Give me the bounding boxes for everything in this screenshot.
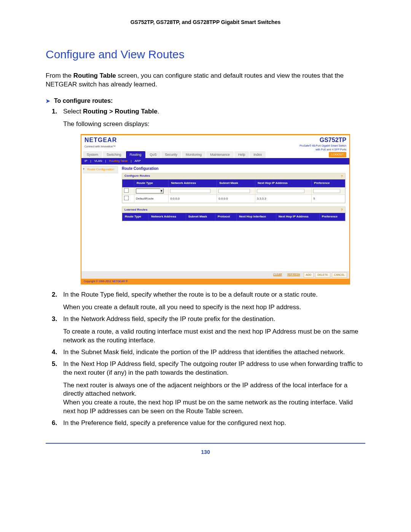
learned-routes-header: Learned Routes ? [122, 207, 345, 213]
ss-body: ▾ Route Configuration Route Configuratio… [81, 165, 349, 271]
steps-list: Select Routing > Routing Table. The foll… [46, 107, 365, 428]
lr-col-route-type: Route Type [123, 213, 149, 221]
network-address-input[interactable] [170, 189, 210, 193]
step1-prefix: Select [63, 108, 83, 115]
step-3: In the Network Address field, specify th… [46, 315, 365, 345]
ss-logo-block: NETGEAR Connect with Innovation™ [84, 136, 117, 148]
cell-route-type: DefaultRoute [134, 195, 169, 203]
data-row: DefaultRoute 0.0.0.0 0.0.0.0 3.3.3.3 5 [123, 195, 345, 203]
intro-paragraph: From the Routing Table screen, you can c… [46, 72, 365, 89]
tab-index[interactable]: Index [250, 151, 266, 158]
step-6: In the Preference field, specify a prefe… [46, 419, 365, 428]
lr-col-network-address: Network Address [149, 213, 186, 221]
subnet-mask-input[interactable] [218, 189, 250, 193]
learned-routes-table: Route Type Network Address Subnet Mask P… [122, 213, 345, 221]
lr-col-next-hop-interface: Next Hop Interface [237, 213, 276, 221]
sub-nav-bar: IP | VLAN | Routing Table | ARP [81, 158, 349, 165]
ss-header: NETGEAR Connect with Innovation™ GS752TP… [81, 135, 349, 151]
tab-routing[interactable]: Routing [126, 151, 145, 158]
step5-after1: The next router is always one of the adj… [63, 381, 365, 399]
lr-col-protocol: Protocol [215, 213, 236, 221]
step1-bold: Routing > Routing Table [83, 108, 158, 115]
tab-help[interactable]: Help [234, 151, 249, 158]
to-configure-label: To configure routes: [54, 97, 113, 104]
sidebar: ▾ Route Configuration [81, 165, 119, 271]
sidebar-item-label: Route Configuration [85, 168, 114, 171]
footer-divider [46, 443, 365, 444]
tab-switching[interactable]: Switching [103, 151, 125, 158]
cancel-button[interactable]: CANCEL [332, 272, 347, 277]
step2-text: In the Route Type field, specify whether… [63, 291, 318, 298]
step1-after: The following screen displays: [63, 120, 365, 129]
cell-subnet-mask: 0.0.0.0 [217, 195, 255, 203]
page-number: 130 [46, 449, 365, 455]
to-configure-routes-heading: ➤ To configure routes: [46, 97, 365, 104]
step3-after: To create a route, a valid routing inter… [63, 328, 365, 345]
main-panel: Route Configuration Configure Routes ? [119, 165, 349, 271]
chevron-right-icon: ➤ [46, 98, 50, 104]
tab-monitoring[interactable]: Monitoring [182, 151, 206, 158]
step5-text: In the Next Hop IP Address field, specif… [63, 360, 363, 376]
clear-button[interactable]: CLEAR [271, 272, 284, 277]
cell-next-hop-ip: 3.3.3.3 [255, 195, 311, 203]
model-block: GS752TP ProSafe® 48-Port Gigabit Smart S… [299, 136, 346, 151]
tab-maintenance[interactable]: Maintenance [206, 151, 234, 158]
col-next-hop-ip: Next Hop IP Address [255, 179, 311, 187]
model-sub2: with PoE and 4 SFP Ports [299, 148, 346, 151]
step3-text: In the Network Address field, specify th… [63, 315, 275, 323]
delete-button[interactable]: DELETE [315, 272, 330, 277]
doc-header: GS752TP, GS728TP, and GS728TPP Gigabit S… [46, 19, 365, 25]
row-checkbox[interactable] [124, 196, 129, 200]
step2-after: When you create a default route, all you… [63, 303, 365, 312]
input-row [123, 187, 345, 195]
collapse-icon: ▾ [83, 167, 84, 171]
preference-input[interactable] [313, 189, 340, 193]
tab-security[interactable]: Security [161, 151, 182, 158]
ss-copyright: Copyright © 1996-2012 NETGEAR ® [81, 279, 349, 284]
step-2: In the Route Type field, specify whether… [46, 291, 365, 312]
refresh-button[interactable]: REFRESH [285, 272, 302, 277]
help-icon[interactable]: ? [341, 208, 343, 212]
select-all-checkbox[interactable] [124, 188, 129, 193]
route-type-select[interactable] [136, 189, 164, 193]
ss-action-footer: CLEAR REFRESH ADD DELETE CANCEL [81, 271, 349, 278]
col-route-type: Route Type [134, 179, 169, 187]
netgear-tagline: Connect with Innovation™ [84, 145, 117, 148]
configure-routes-table: Route Type Network Address Subnet Mask N… [122, 179, 345, 203]
step4-text: In the Subnet Mask field, indicate the p… [63, 348, 345, 356]
step-1: Select Routing > Routing Table. The foll… [46, 107, 365, 284]
cell-preference: 5 [312, 195, 345, 203]
add-button[interactable]: ADD [304, 272, 314, 277]
subnav-ip[interactable]: IP [84, 159, 88, 163]
col-subnet-mask: Subnet Mask [217, 179, 255, 187]
logout-button[interactable]: LOGOUT [329, 152, 346, 158]
step-5: In the Next Hop IP Address field, specif… [46, 360, 365, 416]
panel-main-title: Route Configuration [122, 166, 346, 171]
col-checkbox [123, 179, 134, 187]
subnav-arp[interactable]: ARP [134, 159, 140, 163]
configure-routes-header: Configure Routes ? [122, 173, 345, 179]
model-name: GS752TP [320, 137, 346, 143]
intro-bold: Routing Table [73, 72, 116, 79]
netgear-logo: NETGEAR [84, 137, 117, 143]
tab-system[interactable]: System [83, 151, 102, 158]
intro-prefix: From the [46, 72, 73, 79]
sidebar-item-route-config[interactable]: ▾ Route Configuration [83, 166, 118, 173]
lr-col-next-hop-ip: Next Hop IP Address [276, 213, 319, 221]
model-sub1: ProSafe® 48-Port Gigabit Smart Switch [299, 144, 346, 147]
subnav-vlan[interactable]: VLAN [94, 159, 102, 163]
learned-routes-title: Learned Routes [124, 208, 147, 212]
subnav-routing-table[interactable]: Routing Table [109, 159, 128, 163]
col-network-address: Network Address [169, 179, 217, 187]
step6-text: In the Preference field, specify a prefe… [63, 419, 286, 427]
learned-routes-panel: Learned Routes ? Route Type Network Addr… [122, 206, 346, 221]
configure-routes-title: Configure Routes [124, 174, 150, 178]
tab-qos[interactable]: QoS [146, 151, 161, 158]
next-hop-ip-input[interactable] [257, 189, 304, 193]
main-tabs: System Switching Routing QoS Security Mo… [81, 151, 349, 158]
router-screenshot: NETGEAR Connect with Innovation™ GS752TP… [81, 134, 350, 284]
lr-col-subnet-mask: Subnet Mask [186, 213, 215, 221]
screenshot-wrapper: NETGEAR Connect with Innovation™ GS752TP… [81, 134, 365, 284]
step5-after2: When you create a route, the next hop IP… [63, 398, 365, 416]
help-icon[interactable]: ? [341, 174, 343, 179]
